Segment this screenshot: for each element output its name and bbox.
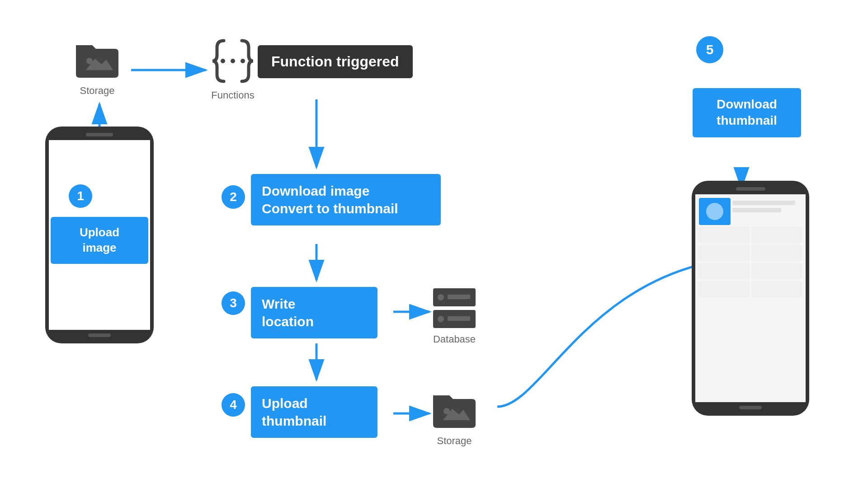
functions-curly-icon (206, 36, 260, 86)
screen-cell-1 (699, 227, 750, 243)
step-5-box: Downloadthumbnail (693, 88, 801, 137)
step-5-circle: 5 (696, 36, 723, 63)
svg-point-17 (438, 294, 444, 300)
svg-point-22 (443, 408, 450, 414)
screen-cell-8 (751, 281, 802, 297)
phone-button-right (739, 406, 762, 409)
screen-line-2 (732, 208, 781, 212)
screen-img-circle (706, 203, 723, 220)
function-triggered-box: Function triggered (258, 45, 413, 78)
step-4-box: Uploadthumbnail (251, 386, 377, 438)
step-2-box: Download imageConvert to thumbnail (251, 174, 441, 225)
screen-cell-3 (699, 245, 750, 261)
phone-speaker-right (736, 187, 765, 191)
functions-icon: Functions (206, 36, 260, 101)
screen-top-row (699, 198, 802, 225)
step-1-circle: 1 (69, 184, 92, 208)
svg-point-14 (241, 59, 245, 63)
svg-rect-20 (448, 316, 470, 321)
phone-button-left (88, 333, 111, 337)
database-icon: Database (429, 285, 479, 345)
screen-text-lines (732, 198, 802, 225)
svg-point-12 (221, 59, 225, 63)
screen-content (695, 194, 806, 402)
screen-cell-4 (751, 245, 802, 261)
storage-folder-icon-right-center (429, 386, 479, 432)
svg-rect-18 (448, 295, 470, 299)
diagram-container: 1 Uploadimage Storage Functions F (0, 0, 868, 488)
screen-cell-6 (751, 263, 802, 279)
phone-right (692, 181, 809, 416)
step-1-box: Uploadimage (51, 217, 148, 264)
screen-row-4 (699, 281, 802, 297)
screen-grid-rows (699, 227, 802, 297)
svg-point-13 (231, 59, 235, 63)
svg-point-11 (86, 58, 93, 64)
screen-line-1 (732, 201, 795, 205)
storage-folder-icon-left (72, 36, 122, 81)
svg-point-19 (438, 316, 444, 322)
screen-cell-2 (751, 227, 802, 243)
step-2-circle: 2 (222, 185, 245, 209)
step-3-circle: 3 (222, 291, 245, 315)
phone-screen-right (695, 194, 806, 402)
storage-icon-left: Storage (72, 36, 122, 97)
screen-cell-7 (699, 281, 750, 297)
screen-row-2 (699, 245, 802, 261)
storage-icon-right-center: Storage (429, 386, 479, 447)
screen-cell-5 (699, 263, 750, 279)
screen-image-cell (699, 198, 731, 225)
phone-speaker-left (86, 133, 113, 136)
screen-row-1 (699, 227, 802, 243)
screen-row-3 (699, 263, 802, 279)
step-4-circle: 4 (222, 393, 245, 417)
step-3-box: Writelocation (251, 287, 377, 338)
database-server-icon (429, 285, 479, 330)
